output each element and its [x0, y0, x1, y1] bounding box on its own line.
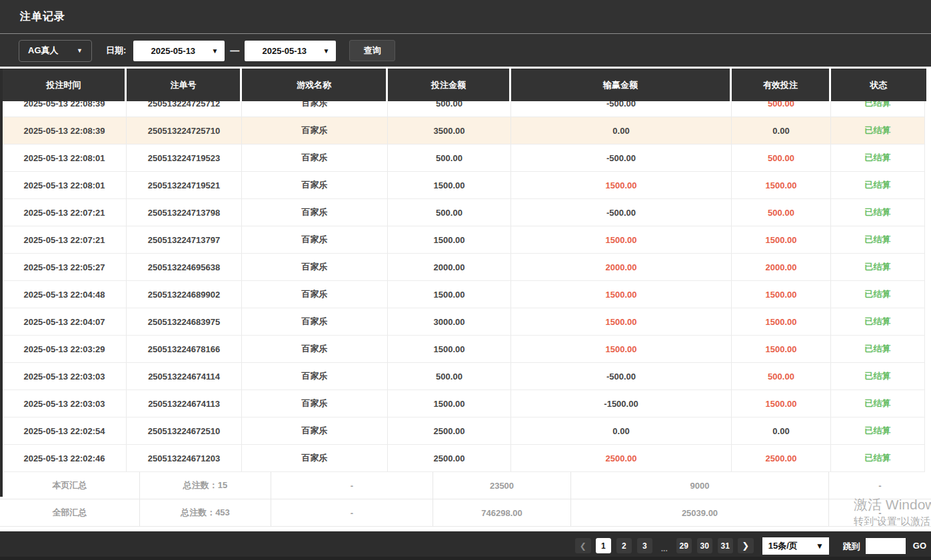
cell-bet-time: 2025-05-13 22:05:27: [3, 254, 127, 280]
cell-game-name: 百家乐: [242, 445, 388, 471]
column-header-6: 有效投注: [732, 69, 831, 101]
table-header: 投注时间注单号游戏名称投注金额输赢金额有效投注状态: [3, 69, 926, 101]
cell-game-name: 百家乐: [242, 281, 388, 308]
cell-valid-bet: 2000.00: [732, 254, 831, 280]
page-button-2[interactable]: 2: [616, 538, 632, 553]
cell-bet-time: 2025-05-13 22:07:21: [3, 199, 127, 226]
cell-valid-bet: 500.00: [732, 363, 831, 390]
page-list: 123...293031: [593, 538, 736, 553]
cell-win-loss: 1500.00: [511, 226, 732, 253]
cell-status: 已结算: [831, 117, 925, 144]
go-button[interactable]: GO: [913, 541, 926, 551]
cell-win-loss: 0.00: [511, 117, 732, 144]
cell-valid-bet: 500.00: [732, 199, 831, 226]
cell-bet-number: 250513224713798: [127, 199, 242, 226]
cell-game-name: 百家乐: [242, 418, 388, 444]
cell-status: 已结算: [831, 281, 925, 308]
cell-win-loss: 2500.00: [511, 445, 732, 471]
cell-valid-bet: 1500.00: [732, 390, 831, 417]
cell-win-loss: -500.00: [511, 144, 732, 171]
bet-record-page: 注单记录 AG真人 ▼ 日期: 2025-05-13 ▼ — 2025-05-1…: [0, 0, 931, 560]
page-size-select[interactable]: 15条/页 ▼: [762, 537, 829, 555]
cell-status: 已结算: [831, 308, 925, 335]
table-row[interactable]: 2025-05-13 22:08:01250513224719523百家乐500…: [3, 144, 925, 172]
cell-bet-number: 250513224671203: [127, 445, 242, 471]
cell-bet-amount: 1500.00: [388, 336, 511, 362]
table-row[interactable]: 2025-05-13 22:07:21250513224713798百家乐500…: [3, 199, 925, 226]
page-size-value: 15条/页: [768, 540, 798, 552]
bottom-edge: [0, 557, 931, 560]
table-body-viewport[interactable]: 2025-05-13 22:08:39250513224725712百家乐500…: [3, 101, 925, 472]
date-from-picker[interactable]: 2025-05-13 ▼: [133, 41, 225, 61]
page-button-29[interactable]: 29: [676, 538, 692, 553]
cell-valid-bet: 500.00: [732, 101, 831, 117]
cell-bet-number: 250513224683975: [127, 308, 242, 335]
date-to-picker[interactable]: 2025-05-13 ▼: [245, 41, 336, 61]
table-body: 2025-05-13 22:08:39250513224725712百家乐500…: [3, 101, 925, 472]
cell-bet-time: 2025-05-13 22:08:01: [3, 144, 127, 171]
cell-bet-number: 250513224719523: [127, 144, 242, 171]
chevron-down-icon: ▼: [211, 47, 218, 55]
next-page-button[interactable]: ❯: [738, 538, 754, 553]
jump-page-input[interactable]: [866, 538, 906, 554]
cell-game-name: 百家乐: [242, 254, 388, 280]
cell-status: 已结算: [831, 336, 925, 362]
cell-valid-bet: 1500.00: [732, 226, 831, 253]
cell-bet-amount: 2500.00: [388, 445, 511, 471]
column-header-3: 游戏名称: [242, 69, 388, 101]
cell-bet-time: 2025-05-13 22:08:01: [3, 172, 127, 198]
query-button[interactable]: 查询: [349, 40, 395, 61]
cell-bet-amount: 1500.00: [388, 281, 511, 308]
table-row[interactable]: 2025-05-13 22:03:03250513224674114百家乐500…: [3, 363, 925, 390]
table-row[interactable]: 2025-05-13 22:04:48250513224689902百家乐150…: [3, 281, 925, 308]
summary-row: 本页汇总总注数：15-235009000-: [0, 472, 931, 499]
page-button-3[interactable]: 3: [637, 538, 652, 553]
summary-count: 总注数：453: [140, 499, 271, 526]
cell-valid-bet: 500.00: [732, 144, 831, 171]
cell-bet-amount: 1500.00: [388, 226, 511, 253]
game-type-select[interactable]: AG真人 ▼: [19, 40, 92, 62]
table-row[interactable]: 2025-05-13 22:03:29250513224678166百家乐150…: [3, 336, 925, 363]
cell-bet-amount: 500.00: [388, 144, 511, 171]
table-row[interactable]: 2025-05-13 22:04:07250513224683975百家乐300…: [3, 308, 925, 336]
summary-win_total: 25039.00: [571, 499, 829, 526]
cell-bet-time: 2025-05-13 22:04:48: [3, 281, 127, 308]
cell-bet-amount: 500.00: [388, 199, 511, 226]
cell-bet-amount: 500.00: [388, 101, 511, 117]
summary-last: -: [829, 499, 931, 526]
cell-bet-number: 250513224678166: [127, 336, 242, 362]
date-to-value: 2025-05-13: [263, 46, 307, 56]
page-button-30[interactable]: 30: [697, 538, 712, 553]
cell-bet-number: 250513224674114: [127, 363, 242, 390]
table-row[interactable]: 2025-05-13 22:08:39250513224725710百家乐350…: [3, 117, 925, 144]
table-row[interactable]: 2025-05-13 22:03:03250513224674113百家乐150…: [3, 390, 925, 418]
summary-table: 本页汇总总注数：15-235009000-全部汇总总注数：453-746298.…: [0, 472, 931, 527]
cell-bet-amount: 2000.00: [388, 254, 511, 280]
table-row[interactable]: 2025-05-13 22:02:46250513224671203百家乐250…: [3, 445, 925, 472]
chevron-left-icon: ❮: [580, 541, 586, 551]
page-button-31[interactable]: 31: [718, 538, 733, 553]
table-row[interactable]: 2025-05-13 22:08:01250513224719521百家乐150…: [3, 172, 925, 199]
cell-status: 已结算: [831, 390, 925, 417]
table-row[interactable]: 2025-05-13 22:07:21250513224713797百家乐150…: [3, 226, 925, 254]
cell-win-loss: 1500.00: [511, 336, 732, 362]
table-row[interactable]: 2025-05-13 22:02:54250513224672510百家乐250…: [3, 418, 925, 445]
cell-game-name: 百家乐: [242, 117, 388, 144]
column-header-2: 注单号: [127, 69, 242, 101]
cell-bet-time: 2025-05-13 22:02:54: [3, 418, 127, 444]
table-row[interactable]: 2025-05-13 22:08:39250513224725712百家乐500…: [3, 101, 925, 117]
cell-valid-bet: 1500.00: [732, 281, 831, 308]
title-bar: 注单记录: [0, 0, 931, 34]
table-row[interactable]: 2025-05-13 22:05:27250513224695638百家乐200…: [3, 254, 925, 281]
column-header-4: 投注金额: [388, 69, 511, 101]
page-button-1[interactable]: 1: [596, 538, 611, 553]
chevron-right-icon: ❯: [742, 541, 749, 551]
prev-page-button[interactable]: ❮: [575, 538, 591, 553]
cell-valid-bet: 0.00: [732, 418, 831, 444]
cell-bet-amount: 3500.00: [388, 117, 511, 144]
summary-game: -: [271, 499, 433, 526]
summary-label: 全部汇总: [0, 499, 140, 526]
cell-bet-time: 2025-05-13 22:03:03: [3, 390, 127, 417]
date-from-value: 2025-05-13: [151, 46, 196, 56]
cell-game-name: 百家乐: [242, 172, 388, 198]
